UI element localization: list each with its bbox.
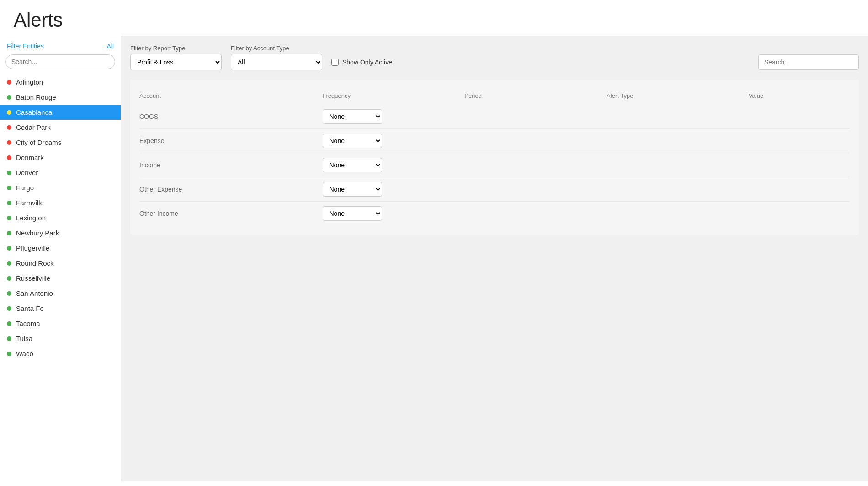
col-header-account: Account [139,89,317,105]
entity-item[interactable]: Round Rock [0,256,121,271]
entity-dot [7,261,11,266]
entity-dot [7,140,11,145]
account-type-label: Filter by Account Type [231,45,322,52]
entity-dot [7,352,11,356]
value-cell [743,177,850,202]
frequency-select[interactable]: NoneDailyWeeklyMonthly [323,158,382,172]
entity-item[interactable]: Tacoma [0,316,121,331]
entity-item[interactable]: Pflugerville [0,240,121,256]
entity-search-input[interactable] [5,54,115,69]
filter-bar: Filter by Report Type Profit & Loss Bala… [130,45,859,70]
frequency-cell: NoneDailyWeeklyMonthly [317,153,459,177]
value-cell [743,105,850,129]
period-cell [459,105,601,129]
period-cell [459,129,601,153]
entity-name: Fargo [16,184,34,192]
entity-dot [7,306,11,311]
frequency-select[interactable]: NoneDailyWeeklyMonthly [323,182,382,197]
account-cell: COGS [139,105,317,129]
table-row: Other ExpenseNoneDailyWeeklyMonthly [139,177,850,202]
frequency-cell: NoneDailyWeeklyMonthly [317,129,459,153]
entity-name: Santa Fe [16,304,44,312]
entity-item[interactable]: San Antonio [0,286,121,301]
alert-type-cell [601,177,743,202]
entity-name: Arlington [16,78,43,86]
entity-name: Pflugerville [16,244,49,252]
page-title: Alerts [14,9,854,31]
entity-item[interactable]: Tulsa [0,331,121,346]
entity-item[interactable]: Arlington [0,75,121,90]
account-cell: Expense [139,129,317,153]
entity-dot [7,321,11,326]
frequency-select[interactable]: NoneDailyWeeklyMonthly [323,206,382,221]
col-header-value: Value [743,89,850,105]
frequency-select[interactable]: NoneDailyWeeklyMonthly [323,134,382,148]
entity-dot [7,246,11,251]
show-only-active-checkbox[interactable] [331,59,339,66]
entity-dot [7,291,11,296]
entity-item[interactable]: Baton Rouge [0,90,121,105]
period-cell [459,202,601,226]
all-entities-link[interactable]: All [107,43,114,50]
account-cell: Other Income [139,202,317,226]
report-type-select[interactable]: Profit & Loss Balance Sheet [130,54,222,70]
alert-type-cell [601,105,743,129]
table-row: COGSNoneDailyWeeklyMonthly [139,105,850,129]
entity-dot [7,155,11,160]
entity-item[interactable]: Waco [0,346,121,361]
entity-item[interactable]: Fargo [0,180,121,195]
table-row: ExpenseNoneDailyWeeklyMonthly [139,129,850,153]
account-cell: Other Expense [139,177,317,202]
frequency-cell: NoneDailyWeeklyMonthly [317,105,459,129]
entity-item[interactable]: Santa Fe [0,301,121,316]
entity-item[interactable]: Cedar Park [0,120,121,135]
entity-name: Casablanca [16,108,52,116]
entity-item[interactable]: Farmville [0,195,121,210]
table-row: IncomeNoneDailyWeeklyMonthly [139,153,850,177]
value-cell [743,202,850,226]
entity-dot [7,171,11,175]
entity-item[interactable]: City of Dreams [0,135,121,150]
frequency-select[interactable]: NoneDailyWeeklyMonthly [323,109,382,124]
entity-item[interactable]: Lexington [0,210,121,225]
entity-name: San Antonio [16,289,53,297]
value-cell [743,129,850,153]
entity-name: Round Rock [16,259,54,267]
value-cell [743,153,850,177]
filter-entities-label: Filter Entities [7,43,44,50]
entity-name: Denver [16,169,38,176]
frequency-cell: NoneDailyWeeklyMonthly [317,177,459,202]
account-cell: Income [139,153,317,177]
col-header-alert-type: Alert Type [601,89,743,105]
entity-dot [7,231,11,235]
entity-dot [7,216,11,220]
period-cell [459,153,601,177]
alert-type-cell [601,153,743,177]
entity-item[interactable]: Russellville [0,271,121,286]
account-type-select[interactable]: All COGS Expense Income [231,54,322,70]
entity-name: Cedar Park [16,123,51,131]
show-only-active-label[interactable]: Show Only Active [342,59,392,66]
main-content: Filter by Report Type Profit & Loss Bala… [121,36,868,481]
entity-name: Tulsa [16,335,32,342]
entity-dot [7,125,11,130]
entity-name: Tacoma [16,320,40,327]
entity-dot [7,95,11,100]
entity-name: Denmark [16,154,44,161]
entity-dot [7,336,11,341]
entity-dot [7,110,11,115]
col-header-period: Period [459,89,601,105]
entity-dot [7,80,11,85]
entity-item[interactable]: Denmark [0,150,121,165]
entity-item[interactable]: Denver [0,165,121,180]
entity-item[interactable]: Casablanca [0,105,121,120]
col-header-frequency: Frequency [317,89,459,105]
table-search-input[interactable] [758,54,859,70]
entity-dot [7,186,11,190]
table-container: Account Frequency Period Alert Type Valu… [130,80,859,235]
table-row: Other IncomeNoneDailyWeeklyMonthly [139,202,850,226]
entity-list: ArlingtonBaton RougeCasablancaCedar Park… [0,75,121,361]
account-type-filter-group: Filter by Account Type All COGS Expense … [231,45,322,70]
entity-name: City of Dreams [16,139,61,146]
entity-item[interactable]: Newbury Park [0,225,121,240]
